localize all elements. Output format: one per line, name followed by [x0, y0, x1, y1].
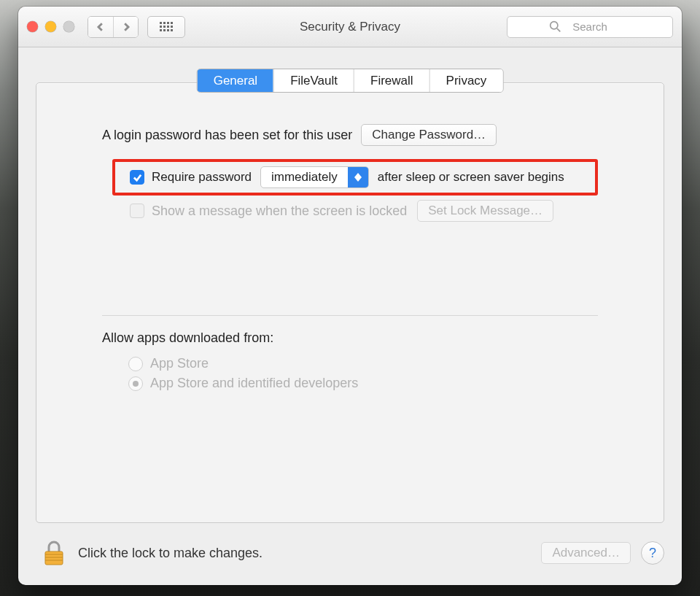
tab-firewall[interactable]: Firewall: [354, 69, 429, 92]
apps-option-appstore: App Store: [128, 356, 598, 371]
preferences-window: Security & Privacy General FileVault Fir…: [18, 7, 682, 585]
lock-message-checkbox: [130, 204, 144, 218]
svg-point-12: [551, 21, 558, 28]
forward-button[interactable]: [113, 17, 138, 37]
search-icon: [549, 20, 561, 33]
checkmark-icon: [133, 173, 142, 182]
tab-bar: General FileVault Firewall Privacy: [197, 69, 504, 93]
svg-line-13: [557, 28, 560, 31]
search-field-wrap: [507, 16, 673, 38]
svg-rect-5: [163, 26, 166, 28]
tab-filevault[interactable]: FileVault: [273, 69, 354, 92]
svg-rect-2: [167, 22, 169, 24]
titlebar: Security & Privacy: [18, 7, 682, 47]
lock-icon[interactable]: [43, 540, 65, 566]
require-password-delay-value: immediately: [261, 170, 348, 185]
svg-rect-9: [163, 29, 166, 31]
lock-message-row: Show a message when the screen is locked…: [130, 200, 598, 222]
window-controls: [27, 21, 74, 32]
require-password-row: Require password immediately after sleep…: [112, 159, 598, 196]
divider: [102, 315, 598, 316]
svg-marker-15: [354, 177, 362, 182]
require-password-delay-select[interactable]: immediately: [260, 166, 369, 188]
content-panel: General FileVault Firewall Privacy A log…: [36, 82, 664, 523]
radio-identified: [128, 376, 143, 391]
svg-rect-3: [171, 22, 173, 24]
svg-rect-4: [160, 26, 162, 28]
footer-text: Click the lock to make changes.: [78, 546, 532, 561]
back-button[interactable]: [88, 17, 113, 37]
search-input[interactable]: [507, 16, 673, 38]
svg-rect-1: [163, 22, 166, 24]
minimize-icon[interactable]: [45, 21, 56, 32]
chevron-left-icon: [96, 23, 105, 31]
apps-option-appstore-label: App Store: [150, 356, 209, 371]
svg-rect-10: [167, 29, 169, 31]
close-icon[interactable]: [27, 21, 38, 32]
change-password-button[interactable]: Change Password…: [361, 124, 497, 146]
apps-heading: Allow apps downloaded from:: [102, 330, 598, 346]
apps-option-identified-label: App Store and identified developers: [150, 376, 358, 391]
chevron-right-icon: [122, 23, 131, 31]
grid-icon: [159, 21, 174, 32]
svg-rect-0: [160, 22, 162, 24]
apps-section: Allow apps downloaded from: App Store Ap…: [36, 330, 664, 391]
svg-rect-6: [167, 26, 169, 28]
set-lock-message-button: Set Lock Message…: [417, 200, 553, 222]
login-password-text: A login password has been set for this u…: [102, 128, 352, 143]
svg-rect-7: [171, 26, 173, 28]
svg-rect-16: [45, 552, 63, 565]
nav-segment: [88, 16, 139, 38]
tab-privacy[interactable]: Privacy: [429, 69, 503, 92]
svg-rect-11: [171, 29, 173, 31]
require-password-pre: Require password: [152, 170, 252, 185]
help-button[interactable]: ?: [641, 541, 664, 565]
footer: Click the lock to make changes. Advanced…: [18, 528, 682, 585]
apps-option-identified: App Store and identified developers: [128, 376, 598, 391]
advanced-button[interactable]: Advanced…: [541, 542, 631, 564]
login-section: A login password has been set for this u…: [36, 83, 664, 316]
radio-appstore: [128, 357, 143, 371]
require-password-post: after sleep or screen saver begins: [378, 170, 564, 185]
show-all-button[interactable]: [147, 16, 185, 38]
require-password-checkbox[interactable]: [130, 170, 144, 185]
zoom-icon: [63, 21, 74, 32]
stepper-icon: [348, 167, 368, 187]
chevron-down-icon: [354, 177, 362, 182]
lock-message-text: Show a message when the screen is locked: [152, 204, 407, 219]
login-password-row: A login password has been set for this u…: [102, 124, 598, 146]
svg-rect-8: [160, 29, 162, 31]
tab-general[interactable]: General: [198, 69, 273, 92]
